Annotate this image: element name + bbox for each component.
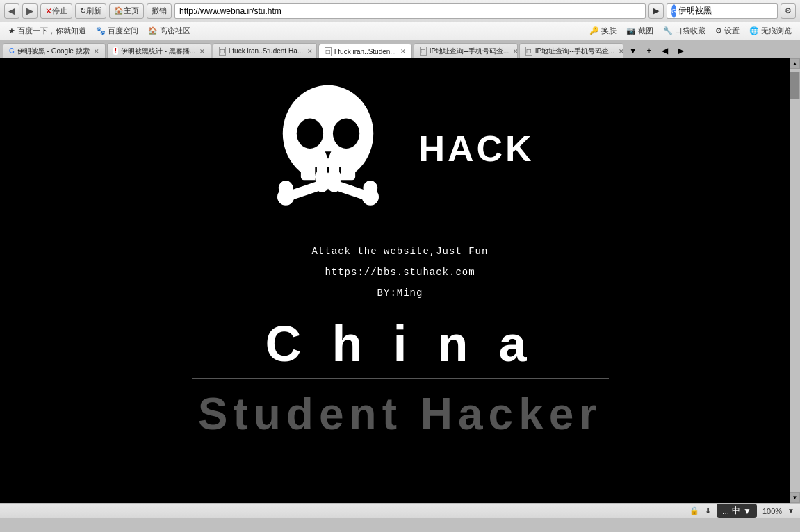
search-input[interactable] bbox=[678, 6, 778, 16]
toolbar-label: 换肤 bbox=[601, 26, 617, 36]
tab-3[interactable]: □ I fuck iran..Student Ha... ✕ bbox=[213, 43, 317, 58]
scroll-down-button[interactable]: ▼ bbox=[790, 492, 800, 503]
status-right: 🔒 ⬇ ... 中 ▼ 100% ▼ bbox=[689, 504, 794, 518]
swap-icon: 🔑 bbox=[589, 26, 599, 35]
student-hacker-text: Student Hacker bbox=[198, 388, 602, 440]
tab-favicon-6: □ bbox=[525, 47, 532, 56]
stop-icon: ✕ bbox=[45, 6, 52, 16]
withdraw-button[interactable]: 撤销 bbox=[147, 3, 172, 19]
svg-point-9 bbox=[279, 181, 293, 195]
gear-icon: ⚙ bbox=[715, 26, 722, 35]
forward-button[interactable]: ▶ bbox=[22, 3, 38, 19]
paw-icon: 🐾 bbox=[96, 26, 106, 35]
webpage-content: HACK Attack the website,Just Fun https:/… bbox=[0, 58, 800, 503]
page-text-section: Attack the website,Just Fun https://bbs.… bbox=[312, 246, 489, 308]
forward-arrow-icon: ▶ bbox=[26, 6, 33, 16]
tab-close-1[interactable]: ✕ bbox=[94, 48, 99, 55]
toolbar-label: 设置 bbox=[724, 26, 740, 36]
china-text: C h i n a bbox=[265, 315, 534, 372]
bookmark-label: 高密社区 bbox=[160, 26, 190, 36]
toolbar-screenshot[interactable]: 📷 截图 bbox=[622, 24, 658, 38]
scroll-tabs-left[interactable]: ◀ bbox=[658, 43, 672, 58]
tab-close-3[interactable]: ✕ bbox=[307, 48, 313, 55]
tab-5[interactable]: □ IP地址查询--手机号码查... ✕ bbox=[414, 43, 518, 58]
lock-icon: 🔒 bbox=[689, 506, 699, 515]
dropdown-arrow-icon: ▼ bbox=[743, 506, 751, 516]
tab-favicon-3: □ bbox=[219, 47, 226, 56]
tab-label-1: 伊明被黑 - Google 搜索 bbox=[17, 47, 90, 56]
bookmark-item-baidu-space[interactable]: 🐾 百度空间 bbox=[92, 24, 142, 38]
private-icon: 🌐 bbox=[749, 26, 759, 35]
attack-line: Attack the website,Just Fun bbox=[312, 246, 489, 257]
svg-point-1 bbox=[297, 119, 323, 149]
scrollbar[interactable]: ▲ ▼ bbox=[790, 58, 800, 503]
svg-point-16 bbox=[327, 169, 342, 184]
download-icon: ⬇ bbox=[705, 506, 711, 515]
address-bar[interactable] bbox=[174, 3, 646, 19]
scroll-up-button[interactable]: ▲ bbox=[790, 58, 800, 69]
scrollbar-thumb[interactable] bbox=[790, 72, 800, 99]
new-tab-button[interactable]: + bbox=[643, 43, 656, 58]
tab-close-2[interactable]: ✕ bbox=[199, 48, 205, 55]
toolbar-swap[interactable]: 🔑 换肤 bbox=[585, 24, 621, 38]
refresh-icon: ↻ bbox=[80, 6, 86, 15]
tab-label-5: IP地址查询--手机号码查... bbox=[430, 47, 509, 56]
skull-section: HACK bbox=[266, 79, 534, 218]
stop-label: 停止 bbox=[52, 6, 67, 16]
tab-close-6[interactable]: ✕ bbox=[619, 48, 623, 55]
svg-point-14 bbox=[364, 181, 378, 195]
tab-label-6: IP地址查询--手机号码查... bbox=[535, 47, 614, 56]
toolbar-settings[interactable]: ⚙ 设置 bbox=[711, 24, 744, 38]
url-line: https://bbs.stuhack.com bbox=[312, 267, 489, 278]
toolbar-label: 无痕浏览 bbox=[761, 26, 792, 36]
back-button[interactable]: ◀ bbox=[4, 3, 19, 19]
home-bookmark-icon: 🏠 bbox=[148, 26, 158, 35]
settings-button[interactable]: ⚙ bbox=[781, 3, 796, 19]
tab-favicon-2: ! bbox=[113, 47, 118, 55]
back-arrow-icon: ◀ bbox=[8, 6, 15, 16]
bookmark-item-baidu-star[interactable]: ★ 百度一下，你就知道 bbox=[4, 24, 90, 38]
pocket-icon: 🔧 bbox=[663, 26, 673, 35]
tab-favicon-1: G bbox=[9, 47, 15, 55]
tab-close-4[interactable]: ✕ bbox=[400, 48, 406, 55]
home-button[interactable]: 🏠 主页 bbox=[109, 3, 144, 19]
google-logo: G bbox=[671, 4, 676, 18]
more-tabs-button[interactable]: ▼ bbox=[625, 43, 642, 58]
browser-chrome: ◀ ▶ ✕ 停止 ↻ 刷新 🏠 主页 撤销 ▶ G ▼ ⚙ bbox=[0, 0, 800, 58]
dots-label: ... bbox=[722, 506, 729, 516]
star-icon: ★ bbox=[8, 26, 15, 35]
stop-button[interactable]: ✕ 停止 bbox=[40, 3, 72, 19]
toolbar-pocket[interactable]: 🔧 口袋收藏 bbox=[659, 24, 710, 38]
tab-label-3: I fuck iran..Student Ha... bbox=[229, 47, 303, 55]
bookmark-item-community[interactable]: 🏠 高密社区 bbox=[144, 24, 195, 38]
zoom-level: 100% bbox=[762, 507, 782, 515]
settings-icon: ⚙ bbox=[785, 6, 792, 15]
tab-close-5[interactable]: ✕ bbox=[513, 48, 518, 55]
status-bar: 🔒 ⬇ ... 中 ▼ 100% ▼ bbox=[0, 503, 800, 518]
input-method-box[interactable]: ... 中 ▼ bbox=[717, 504, 757, 518]
go-button[interactable]: ▶ bbox=[648, 3, 664, 19]
bookmark-label: 百度一下，你就知道 bbox=[17, 26, 86, 36]
tab-label-2: 伊明被黑统计 - 黑客播... bbox=[121, 47, 195, 56]
tabs-bar: G 伊明被黑 - Google 搜索 ✕ ! 伊明被黑统计 - 黑客播... ✕… bbox=[0, 40, 800, 58]
by-line: BY:Ming bbox=[312, 288, 489, 299]
nav-bar: ◀ ▶ ✕ 停止 ↻ 刷新 🏠 主页 撤销 ▶ G ▼ ⚙ bbox=[0, 0, 800, 22]
divider-line bbox=[192, 378, 609, 379]
tab-4[interactable]: □ I fuck iran..Studen... ✕ bbox=[318, 44, 412, 58]
toolbar-private[interactable]: 🌐 无痕浏览 bbox=[745, 24, 796, 38]
tab-label-4: I fuck iran..Studen... bbox=[334, 48, 396, 56]
tab-6[interactable]: □ IP地址查询--手机号码查... ✕ bbox=[519, 43, 623, 58]
screenshot-icon: 📷 bbox=[626, 26, 636, 35]
security-indicator: 🔒 bbox=[689, 506, 699, 515]
bookmarks-bar: ★ 百度一下，你就知道 🐾 百度空间 🏠 高密社区 🔑 换肤 📷 截图 🔧 口袋… bbox=[0, 22, 800, 40]
zoom-dropdown-icon[interactable]: ▼ bbox=[787, 507, 794, 515]
scroll-tabs-right[interactable]: ▶ bbox=[674, 43, 688, 58]
tab-favicon-5: □ bbox=[420, 47, 427, 56]
refresh-button[interactable]: ↻ 刷新 bbox=[75, 3, 106, 19]
tab-2[interactable]: ! 伊明被黑统计 - 黑客播... ✕ bbox=[107, 43, 211, 58]
home-label: 主页 bbox=[124, 6, 139, 16]
bookmark-label: 百度空间 bbox=[108, 26, 138, 36]
tab-1[interactable]: G 伊明被黑 - Google 搜索 ✕ bbox=[3, 43, 106, 58]
search-box[interactable]: G ▼ bbox=[667, 3, 778, 19]
input-method-label: 中 bbox=[732, 505, 740, 517]
